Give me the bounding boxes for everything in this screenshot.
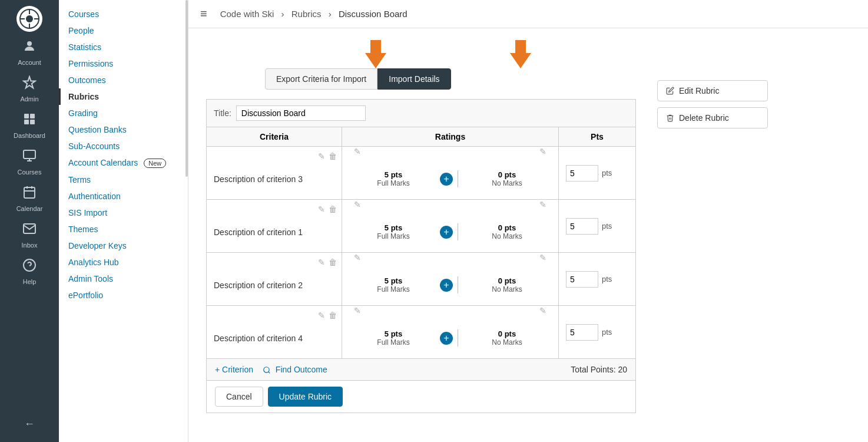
rating-high-pts-0: 5 pts <box>349 170 438 179</box>
rating-high-pts-1: 5 pts <box>349 223 438 232</box>
sidebar-item-admin-tools[interactable]: Admin Tools <box>59 271 188 287</box>
nav-bottom: ← <box>18 412 41 436</box>
rating-high-label-1: Full Marks <box>349 232 438 240</box>
sidebar-item-statistics[interactable]: Statistics <box>59 39 188 55</box>
sidebar-item-permissions[interactable]: Permissions <box>59 55 188 72</box>
sidebar-item-themes[interactable]: Themes <box>59 221 188 238</box>
sidebar-item-sub-accounts[interactable]: Sub-Accounts <box>59 138 188 154</box>
account-icon <box>22 39 37 57</box>
add-rating-btn-0[interactable]: + <box>440 173 453 186</box>
svg-point-18 <box>264 367 269 372</box>
rating-high-0: 5 pts Full Marks <box>349 170 438 187</box>
add-rating-btn-1[interactable]: + <box>440 226 453 239</box>
pts-inner-2: pts <box>566 271 628 288</box>
nav-item-calendar[interactable]: Calendar <box>0 180 59 217</box>
add-criterion-link[interactable]: + Criterion <box>215 365 253 374</box>
rating-low-label-2: No Marks <box>463 285 551 293</box>
sidebar-item-rubrics[interactable]: Rubrics <box>59 88 188 105</box>
delete-icon-2[interactable]: 🗑 <box>329 258 337 267</box>
delete-icon-0[interactable]: 🗑 <box>329 151 337 161</box>
table-row: ✎ 🗑 Description of criterion 1 ✎ ✎ <box>207 200 635 253</box>
sidebar-item-account-calendars[interactable]: Account Calendars New <box>59 154 188 171</box>
rating-low-pts-0: 0 pts <box>463 170 551 179</box>
sidebar-item-developer-keys[interactable]: Developer Keys <box>59 238 188 254</box>
rating-edit-icon-2a[interactable]: ✎ <box>354 253 361 262</box>
rating-edit-icon-2b[interactable]: ✎ <box>539 253 546 262</box>
pts-label-3: pts <box>602 328 612 337</box>
arrow-right-shaft <box>515 40 526 53</box>
delete-rubric-button[interactable]: Delete Rubric <box>657 107 768 128</box>
rating-low-pts-1: 0 pts <box>463 223 551 232</box>
sidebar-item-analytics-hub[interactable]: Analytics Hub <box>59 254 188 271</box>
arrow-left <box>365 40 386 68</box>
pts-input-3[interactable] <box>566 324 598 341</box>
left-nav: Account Admin Dashboard Courses Calendar… <box>0 0 59 442</box>
nav-item-courses[interactable]: Courses <box>0 144 59 180</box>
cancel-button[interactable]: Cancel <box>215 387 263 407</box>
table-row: ✎ 🗑 Description of criterion 2 ✎ ✎ <box>207 253 635 306</box>
rating-edit-icon-0b[interactable]: ✎ <box>539 147 546 156</box>
sidebar-item-courses[interactable]: Courses <box>59 6 188 22</box>
nav-item-help[interactable]: Help <box>0 253 59 290</box>
pts-input-1[interactable] <box>566 218 598 235</box>
import-details-button[interactable]: Import Details <box>377 68 450 90</box>
sidebar-item-eportfolio[interactable]: ePortfolio <box>59 287 188 304</box>
edit-icon-3[interactable]: ✎ <box>318 311 325 320</box>
hamburger-icon[interactable]: ≡ <box>200 7 207 21</box>
sidebar-item-sis-import[interactable]: SIS Import <box>59 204 188 221</box>
sidebar-scrollbar[interactable] <box>185 0 188 177</box>
pts-label-1: pts <box>602 222 612 230</box>
new-badge: New <box>144 159 166 168</box>
delete-icon-3[interactable]: 🗑 <box>329 311 337 320</box>
breadcrumb-part-1[interactable]: Code with Ski <box>220 9 274 19</box>
edit-icon-2[interactable]: ✎ <box>318 258 325 267</box>
breadcrumb-part-2[interactable]: Rubrics <box>291 9 322 19</box>
add-rating-btn-3[interactable]: + <box>440 332 453 345</box>
nav-account-label: Account <box>18 59 41 66</box>
criteria-text-1: Description of criterion 1 <box>214 227 334 237</box>
ratings-top-icons-3: ✎ ✎ <box>342 306 558 315</box>
svg-rect-8 <box>30 114 35 118</box>
edit-rubric-button[interactable]: Edit Rubric <box>657 80 768 101</box>
title-label: Title: <box>214 108 231 118</box>
arrow-right-head <box>510 53 531 68</box>
help-icon <box>22 258 37 276</box>
sidebar-item-authentication[interactable]: Authentication <box>59 188 188 204</box>
rating-edit-icon-0a[interactable]: ✎ <box>354 147 361 156</box>
nav-item-account[interactable]: Account <box>0 34 59 71</box>
criteria-icons-3: ✎ 🗑 <box>318 311 337 320</box>
delete-icon-1[interactable]: 🗑 <box>329 204 337 214</box>
rating-divider-2 <box>458 276 458 293</box>
add-rating-btn-2[interactable]: + <box>440 279 453 292</box>
sidebar-item-grading[interactable]: Grading <box>59 105 188 121</box>
sidebar-item-outcomes[interactable]: Outcomes <box>59 72 188 88</box>
pts-input-0[interactable] <box>566 165 598 182</box>
pts-cell-0: pts <box>559 147 635 199</box>
rating-edit-icon-3a[interactable]: ✎ <box>354 306 361 315</box>
breadcrumb-separator-1: › <box>281 9 287 19</box>
topbar: ≡ Code with Ski › Rubrics › Discussion B… <box>188 0 868 28</box>
rating-high-label-2: Full Marks <box>349 285 438 293</box>
rating-high-1: 5 pts Full Marks <box>349 223 438 240</box>
nav-item-inbox[interactable]: Inbox <box>0 217 59 253</box>
find-outcome-link[interactable]: Find Outcome <box>263 365 327 374</box>
nav-collapse-button[interactable]: ← <box>18 412 41 436</box>
rubric-title-input[interactable] <box>236 105 366 121</box>
edit-icon-1[interactable]: ✎ <box>318 204 325 214</box>
sidebar-item-terms[interactable]: Terms <box>59 171 188 188</box>
export-criteria-button[interactable]: Export Criteria for Import <box>265 68 377 90</box>
svg-rect-11 <box>24 150 35 159</box>
sidebar-item-question-banks[interactable]: Question Banks <box>59 121 188 138</box>
right-panel: Edit Rubric Delete Rubric <box>648 68 777 140</box>
nav-item-admin[interactable]: Admin <box>0 71 59 107</box>
rubric-header: Criteria Ratings Pts <box>207 127 635 147</box>
rating-edit-icon-1b[interactable]: ✎ <box>539 200 546 209</box>
rating-edit-icon-1a[interactable]: ✎ <box>354 200 361 209</box>
ratings-top-icons-2: ✎ ✎ <box>342 253 558 262</box>
update-rubric-button[interactable]: Update Rubric <box>268 387 343 407</box>
pts-input-2[interactable] <box>566 271 598 288</box>
nav-item-dashboard[interactable]: Dashboard <box>0 107 59 144</box>
edit-icon-0[interactable]: ✎ <box>318 151 325 161</box>
rating-edit-icon-3b[interactable]: ✎ <box>539 306 546 315</box>
sidebar-item-people[interactable]: People <box>59 22 188 39</box>
